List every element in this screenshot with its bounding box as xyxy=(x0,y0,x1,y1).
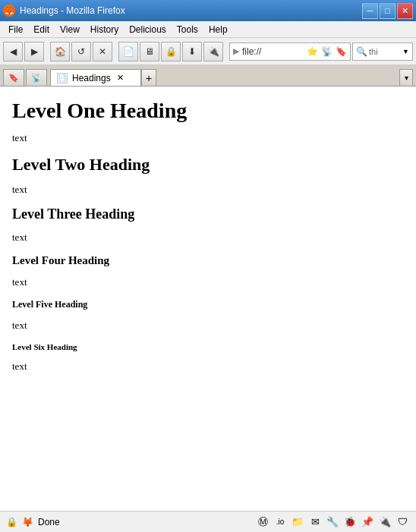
titlebar-title: Headings - Mozilla Firefox xyxy=(20,5,125,16)
feeds-icon: 📡 xyxy=(321,46,332,57)
page-button[interactable]: 📄 xyxy=(118,42,138,61)
firefox-icon: 🦊 xyxy=(3,5,15,17)
heading-3: Level Three Heading xyxy=(12,206,404,222)
maximize-button[interactable]: □ xyxy=(380,3,396,19)
minimize-button[interactable]: ─ xyxy=(362,3,378,19)
menu-file[interactable]: File xyxy=(3,23,28,36)
text-after-h2: text xyxy=(12,184,404,196)
text-after-h6: text xyxy=(12,360,404,373)
heading-2: Level Two Heading xyxy=(12,155,404,175)
status-security-icon[interactable]: 🛡 xyxy=(395,515,410,530)
menu-history[interactable]: History xyxy=(85,23,124,36)
status-tools-icon[interactable]: 🔧 xyxy=(325,515,340,530)
reload-button[interactable]: ↺ xyxy=(71,42,91,61)
forward-button[interactable]: ▶ xyxy=(24,42,44,61)
heading-5: Level Five Heading xyxy=(12,299,404,310)
titlebar-buttons: ─ □ ✕ xyxy=(362,3,413,19)
status-mail-icon[interactable]: ✉ xyxy=(307,515,323,530)
monitor-button[interactable]: 🖥 xyxy=(140,42,159,61)
heading-4: Level Four Heading xyxy=(12,254,404,267)
menu-delicious[interactable]: Delicious xyxy=(124,23,172,36)
titlebar-left: 🦊 Headings - Mozilla Firefox xyxy=(3,5,125,17)
status-bug-icon[interactable]: 🐞 xyxy=(342,515,358,530)
search-engine-icon: 🔍 xyxy=(356,46,367,57)
page-content: Level One Heading text Level Two Heading… xyxy=(0,87,416,511)
menu-edit[interactable]: Edit xyxy=(28,23,55,36)
tabbar-scroll[interactable]: ▾ xyxy=(399,69,413,86)
stop-button[interactable]: ✕ xyxy=(93,42,112,61)
address-bar[interactable]: ▶ file:// ⭐ 📡 🔖 xyxy=(229,42,351,61)
tab-favicon: 📄 xyxy=(57,73,68,83)
back-button[interactable]: ◀ xyxy=(3,42,23,61)
statusbar-icons: Ⓜ .io 📁 ✉ 🔧 🐞 📌 🔌 🛡 xyxy=(255,515,410,530)
statusbar: 🔒 🦊 Done Ⓜ .io 📁 ✉ 🔧 🐞 📌 🔌 🛡 xyxy=(0,511,416,532)
tab-feed-icon[interactable]: 📡 xyxy=(26,69,47,86)
addon-button[interactable]: 🔌 xyxy=(203,42,223,61)
tab-title: Headings xyxy=(72,73,111,83)
bookmark-icon: 🔖 xyxy=(336,46,347,57)
tab-addon-icon[interactable]: 🔖 xyxy=(3,69,24,86)
close-button[interactable]: ✕ xyxy=(397,3,413,19)
titlebar: 🦊 Headings - Mozilla Firefox ─ □ ✕ xyxy=(0,0,416,21)
home-button[interactable]: 🏠 xyxy=(50,42,70,61)
text-after-h4: text xyxy=(12,276,404,288)
menu-view[interactable]: View xyxy=(55,23,85,36)
status-text: Done xyxy=(38,517,60,527)
heading-6: Level Six Heading xyxy=(12,342,404,351)
favicon: ⭐ xyxy=(307,46,318,57)
tab-close-button[interactable]: ✕ xyxy=(115,73,126,83)
search-box[interactable]: 🔍 thi ▼ xyxy=(352,42,413,61)
lock-button[interactable]: 🔒 xyxy=(161,42,181,61)
text-after-h5: text xyxy=(12,320,404,332)
tabbar: 🔖 📡 📄 Headings ✕ + ▾ xyxy=(0,65,416,87)
search-arrow: ▼ xyxy=(402,48,409,55)
status-io-icon[interactable]: .io xyxy=(273,515,288,530)
menu-tools[interactable]: Tools xyxy=(172,23,203,36)
search-text: thi xyxy=(369,47,401,56)
download-button[interactable]: ⬇ xyxy=(182,42,202,61)
status-icon-2: 🦊 xyxy=(22,517,33,527)
status-m-icon[interactable]: Ⓜ xyxy=(255,515,270,530)
text-after-h1: text xyxy=(12,132,404,144)
address-text: file:// xyxy=(242,46,304,57)
status-addon-icon: 🔒 xyxy=(6,517,17,527)
text-after-h3: text xyxy=(12,231,404,244)
status-lock-icon[interactable]: 📌 xyxy=(360,515,375,530)
menubar: File Edit View History Delicious Tools H… xyxy=(0,21,416,38)
heading-1: Level One Heading xyxy=(12,99,404,123)
menu-help[interactable]: Help xyxy=(203,23,233,36)
status-folder-icon[interactable]: 📁 xyxy=(290,515,305,530)
status-addon-right-icon[interactable]: 🔌 xyxy=(377,515,392,530)
new-tab-button[interactable]: + xyxy=(141,69,156,86)
toolbar: ◀ ▶ 🏠 ↺ ✕ 📄 🖥 🔒 ⬇ 🔌 ▶ file:// ⭐ 📡 🔖 🔍 th… xyxy=(0,38,416,65)
active-tab[interactable]: 📄 Headings ✕ xyxy=(50,69,141,86)
